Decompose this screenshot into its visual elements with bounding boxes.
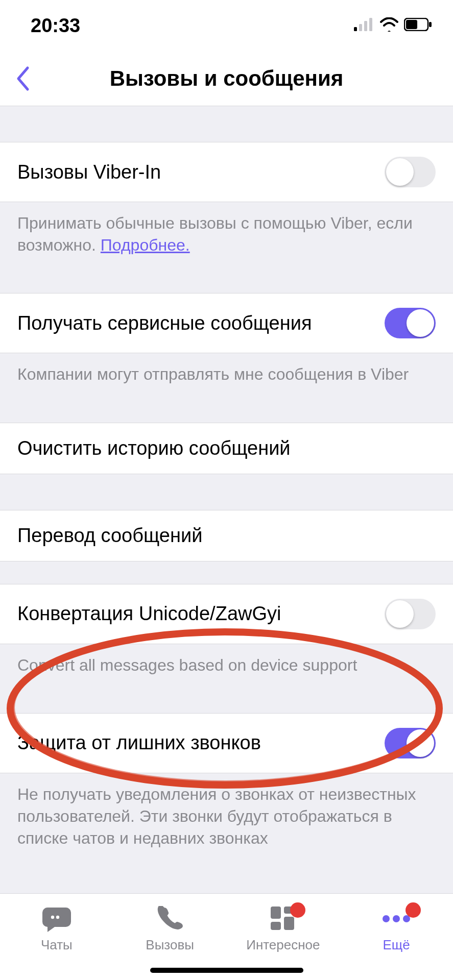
svg-rect-6 xyxy=(429,22,432,27)
row-translate-messages[interactable]: Перевод сообщений xyxy=(0,510,453,561)
home-indicator[interactable] xyxy=(150,968,303,973)
nav-bar: Вызовы и сообщения xyxy=(0,51,453,106)
phone-icon xyxy=(157,906,183,934)
tab-explore[interactable]: Интересное xyxy=(227,894,340,965)
svg-point-16 xyxy=(393,915,400,922)
section-spacer xyxy=(0,561,453,584)
status-indicators xyxy=(354,17,433,34)
row-label: Перевод сообщений xyxy=(17,525,202,547)
svg-rect-11 xyxy=(271,906,281,919)
link-more[interactable]: Подробнее. xyxy=(101,236,190,254)
tab-label: Интересное xyxy=(246,937,320,953)
page-title: Вызовы и сообщения xyxy=(0,66,453,91)
row-viber-in-desc: Принимать обычные вызовы с помощью Viber… xyxy=(0,202,453,271)
svg-point-15 xyxy=(383,915,390,922)
tab-label: Чаты xyxy=(41,937,73,953)
row-label: Вызовы Viber-In xyxy=(17,161,161,183)
toggle-call-protection[interactable] xyxy=(385,728,436,758)
row-service-messages[interactable]: Получать сервисные сообщения xyxy=(0,293,453,353)
section-spacer xyxy=(0,474,453,510)
row-clear-history[interactable]: Очистить историю сообщений xyxy=(0,423,453,474)
svg-rect-3 xyxy=(369,18,372,31)
toggle-unicode-zawgyi[interactable] xyxy=(385,599,436,629)
tab-label: Ещё xyxy=(383,937,410,953)
wifi-icon xyxy=(379,17,399,34)
svg-point-10 xyxy=(56,916,59,919)
row-unicode-zawgyi-desc: Convert all messages based on device sup… xyxy=(0,644,453,691)
row-label: Очистить историю сообщений xyxy=(17,437,291,459)
row-label: Защита от лишних звонков xyxy=(17,732,261,754)
section-spacer xyxy=(0,400,453,423)
toggle-service-messages[interactable] xyxy=(385,308,436,338)
row-call-protection-desc: Не получать уведомления о звонках от неи… xyxy=(0,773,453,864)
cellular-icon xyxy=(354,18,374,33)
tab-bar: Чаты Вызовы Интересное xyxy=(0,893,453,980)
tab-chats[interactable]: Чаты xyxy=(0,894,113,965)
row-service-messages-desc: Компании могут отправлять мне сообщения … xyxy=(0,353,453,400)
row-call-protection[interactable]: Защита от лишних звонков xyxy=(0,713,453,773)
chevron-left-icon xyxy=(15,66,30,91)
tab-label: Вызовы xyxy=(146,937,194,953)
notification-badge xyxy=(290,902,305,918)
row-viber-in[interactable]: Вызовы Viber-In xyxy=(0,142,453,202)
svg-rect-14 xyxy=(284,917,294,930)
section-spacer xyxy=(0,271,453,293)
tab-calls[interactable]: Вызовы xyxy=(113,894,227,965)
section-spacer xyxy=(0,691,453,713)
chat-icon xyxy=(42,905,71,934)
row-label: Конвертация Unicode/ZawGyi xyxy=(17,603,281,625)
desc-text: Принимать обычные вызовы с помощью Viber… xyxy=(17,214,413,254)
row-label: Получать сервисные сообщения xyxy=(17,312,312,334)
notification-badge xyxy=(406,902,421,918)
section-spacer xyxy=(0,106,453,142)
status-bar: 20:33 xyxy=(0,0,453,51)
svg-rect-0 xyxy=(354,27,357,31)
svg-rect-2 xyxy=(364,21,367,31)
svg-rect-1 xyxy=(359,24,362,31)
row-unicode-zawgyi[interactable]: Конвертация Unicode/ZawGyi xyxy=(0,584,453,644)
back-button[interactable] xyxy=(7,63,38,94)
svg-point-9 xyxy=(51,916,54,919)
svg-rect-13 xyxy=(271,922,281,930)
toggle-viber-in[interactable] xyxy=(385,157,436,187)
svg-rect-5 xyxy=(406,20,417,29)
tab-more[interactable]: Ещё xyxy=(340,894,453,965)
battery-icon xyxy=(404,18,433,33)
status-time: 20:33 xyxy=(31,15,80,37)
more-icon xyxy=(381,914,412,926)
